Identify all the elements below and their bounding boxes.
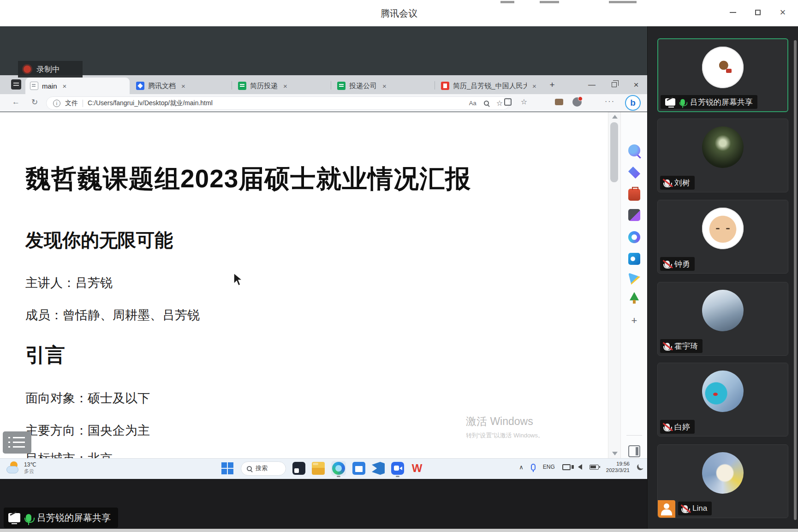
extensions-icon[interactable]: [555, 99, 563, 105]
widgets-icon[interactable]: [292, 462, 305, 475]
reload-icon[interactable]: ↻: [31, 97, 38, 107]
split-screen-icon[interactable]: [504, 98, 512, 106]
tray-battery-icon[interactable]: [590, 465, 599, 470]
close-button[interactable]: ×: [777, 6, 789, 18]
browser-tab-main[interactable]: main ×: [25, 78, 130, 94]
tab-separator: [331, 81, 331, 90]
back-icon[interactable]: ←: [12, 97, 20, 107]
shared-screen-region: 录制中 main × 腾讯文档 × 简历投递 ×: [0, 26, 647, 532]
screen-share-icon: [8, 513, 20, 522]
sidebar-search-icon[interactable]: [628, 144, 640, 156]
start-button[interactable]: [220, 461, 234, 475]
sidebar-add-icon[interactable]: +: [628, 315, 640, 327]
browser-tab-tencent-docs[interactable]: 腾讯文档 ×: [131, 78, 230, 94]
tencent-meeting-taskbar-icon[interactable]: [391, 462, 404, 475]
page-title: 魏哲巍课题组2023届硕士就业情况汇报: [25, 162, 471, 196]
participant-name: 钟勇: [674, 259, 690, 269]
tab-title: main: [42, 82, 57, 90]
browser-minimize-button[interactable]: —: [581, 75, 603, 94]
scroll-up-icon[interactable]: [612, 115, 618, 119]
tab-close-icon[interactable]: ×: [181, 82, 185, 90]
address-url: C:/Users/fangrui_lv/Desktop/就业/main.html: [88, 99, 213, 108]
file-explorer-icon[interactable]: [312, 462, 325, 475]
profile-avatar[interactable]: [572, 97, 582, 107]
microsoft-store-icon[interactable]: [352, 462, 365, 475]
favorites-icon[interactable]: ☆: [521, 97, 527, 106]
screen-share-icon: [665, 98, 675, 106]
bookmark-bubble-icon[interactable]: ☆: [496, 99, 503, 108]
browser-close-button[interactable]: ×: [625, 75, 647, 94]
browser-restore-button[interactable]: [603, 75, 625, 94]
tray-language[interactable]: ENG: [543, 464, 555, 470]
sidebar-drop-icon[interactable]: [628, 273, 640, 285]
browser-tab-resume-delivery[interactable]: 简历投递 ×: [233, 78, 329, 94]
vscode-icon[interactable]: [372, 462, 385, 475]
sidebar-outlook-icon[interactable]: [628, 253, 640, 265]
tray-mic-icon[interactable]: [531, 464, 536, 471]
sidebar-discover-icon[interactable]: [628, 231, 640, 243]
tab-close-icon[interactable]: ×: [283, 82, 287, 90]
more-menu-icon[interactable]: ···: [605, 97, 615, 106]
mic-muted-icon: [665, 424, 670, 430]
panel-scrollbar[interactable]: [794, 40, 797, 520]
weather-cloud-icon: [6, 460, 20, 475]
sheet-icon: [238, 82, 246, 90]
tencent-meeting-window: 腾讯会议 × 录制中 main × 腾讯文档 ×: [0, 0, 798, 532]
recording-label: 录制中: [36, 64, 60, 75]
taskbar-weather-widget[interactable]: 13℃ 多云: [6, 460, 36, 475]
sidebar-tools-icon[interactable]: [628, 189, 640, 201]
tray-display-icon[interactable]: [562, 464, 571, 470]
scroll-down-icon[interactable]: [612, 452, 618, 455]
page-info-icon[interactable]: i: [53, 100, 60, 107]
sidebar-people-icon[interactable]: [628, 209, 640, 221]
floating-outline-button[interactable]: [3, 431, 31, 454]
host-badge-icon: [658, 500, 675, 518]
text-zoom-icon[interactable]: Aa: [469, 100, 476, 107]
presenter-line: 主讲人：吕芳锐: [25, 275, 113, 291]
participant-tile[interactable]: 刘树: [657, 119, 788, 192]
participant-name: Lina: [692, 504, 707, 513]
browser-tab-companies[interactable]: 投递公司 ×: [333, 78, 433, 94]
tab-separator: [232, 81, 232, 90]
search-in-page-icon[interactable]: [484, 101, 489, 106]
avatar: [702, 126, 744, 168]
tab-close-icon[interactable]: ×: [63, 82, 67, 90]
screen-share-badge: 吕芳锐的屏幕共享: [4, 508, 118, 528]
mic-on-icon: [680, 99, 685, 105]
tab-search-icon[interactable]: [11, 79, 21, 90]
maximize-button[interactable]: [752, 6, 764, 18]
tab-close-icon[interactable]: ×: [382, 82, 387, 90]
minimize-button[interactable]: [727, 6, 739, 18]
browser-tab-resume-pdf[interactable]: 简历_吕芳锐_中国人民大 ×: [436, 78, 543, 94]
participant-name: 刘树: [674, 178, 690, 188]
participant-tile[interactable]: 钟勇: [657, 200, 788, 274]
meeting-background: 吕芳锐的屏幕共享: [0, 479, 647, 532]
participant-tile-sharing[interactable]: 吕芳锐的屏幕共享: [657, 38, 788, 112]
browser-addressbar: ← ↻ i 文件 C:/Users/fangrui_lv/Desktop/就业/…: [0, 94, 647, 112]
page-scrollbar[interactable]: [608, 112, 620, 458]
participant-tile[interactable]: 白婷: [657, 363, 788, 436]
tab-close-icon[interactable]: ×: [532, 82, 536, 90]
webpage-content: 魏哲巍课题组2023届硕士就业情况汇报 发现你的无限可能 主讲人：吕芳锐 成员：…: [0, 112, 608, 458]
sidebar-tree-icon[interactable]: [628, 292, 640, 304]
bing-discover-icon[interactable]: b: [625, 95, 641, 111]
taskbar-search[interactable]: 搜索: [241, 461, 286, 476]
participant-name: 霍宇琦: [674, 341, 698, 352]
audience-line: 面向对象：硕士及以下: [25, 390, 150, 406]
tray-speaker-icon[interactable]: [578, 464, 582, 470]
sidebar-panel-toggle-icon[interactable]: [628, 445, 640, 457]
share-label: 吕芳锐的屏幕共享: [37, 512, 111, 524]
edge-browser-button[interactable]: [331, 461, 346, 476]
mic-muted-icon: [665, 261, 670, 268]
new-tab-button[interactable]: +: [547, 80, 558, 91]
address-input[interactable]: i 文件 C:/Users/fangrui_lv/Desktop/就业/main…: [46, 96, 510, 110]
tray-clock[interactable]: 19:56 2023/3/21: [606, 460, 630, 474]
sidebar-shopping-tag-icon[interactable]: [628, 167, 640, 179]
scrollbar-thumb[interactable]: [610, 122, 618, 182]
tray-chevron-icon[interactable]: ∧: [519, 464, 524, 471]
tray-do-not-disturb-icon[interactable]: [636, 463, 644, 471]
participant-tile[interactable]: 霍宇琦: [657, 282, 788, 356]
windows-taskbar: 13℃ 多云 搜索 W ∧: [0, 458, 647, 479]
wps-icon[interactable]: W: [411, 462, 423, 475]
participant-tile-host[interactable]: Lina: [657, 444, 788, 518]
